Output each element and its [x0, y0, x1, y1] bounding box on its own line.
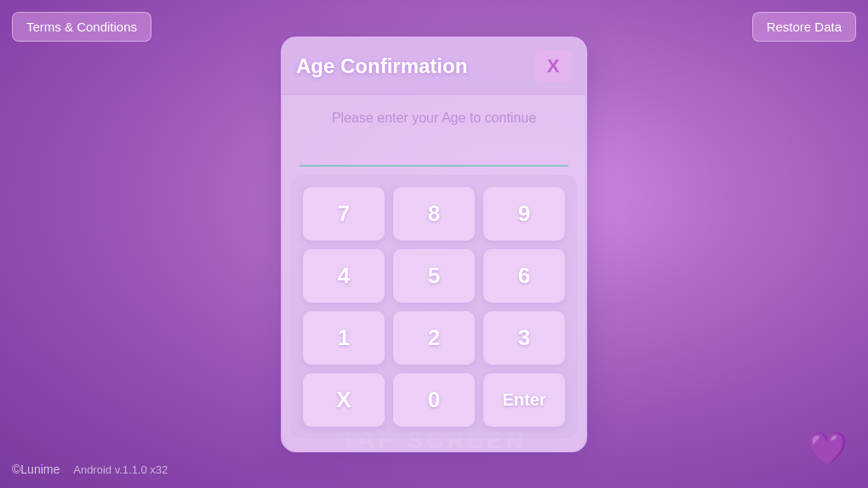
keypad: 7 8 9 4 5 6 1 2 3 X 0 Enter [291, 175, 577, 439]
modal-title: Age Confirmation [296, 54, 467, 78]
modal-overlay: Age Confirmation X Please enter your Age… [0, 0, 868, 488]
modal-header: Age Confirmation X [283, 38, 585, 95]
age-input-display [300, 139, 568, 167]
key-5[interactable]: 5 [393, 249, 475, 303]
modal-close-button[interactable]: X [534, 50, 572, 82]
key-6[interactable]: 6 [483, 249, 565, 303]
modal-prompt-area: Please enter your Age to continue [283, 95, 585, 133]
key-0[interactable]: 0 [393, 373, 475, 427]
key-3[interactable]: 3 [483, 311, 565, 365]
key-enter[interactable]: Enter [483, 373, 565, 427]
key-4[interactable]: 4 [303, 249, 385, 303]
key-7[interactable]: 7 [303, 187, 385, 241]
key-8[interactable]: 8 [393, 187, 475, 241]
key-2[interactable]: 2 [393, 311, 475, 365]
key-1[interactable]: 1 [303, 311, 385, 365]
age-confirmation-modal: Age Confirmation X Please enter your Age… [281, 37, 587, 452]
key-clear[interactable]: X [303, 373, 385, 427]
prompt-text: Please enter your Age to continue [332, 111, 536, 125]
key-9[interactable]: 9 [483, 187, 565, 241]
